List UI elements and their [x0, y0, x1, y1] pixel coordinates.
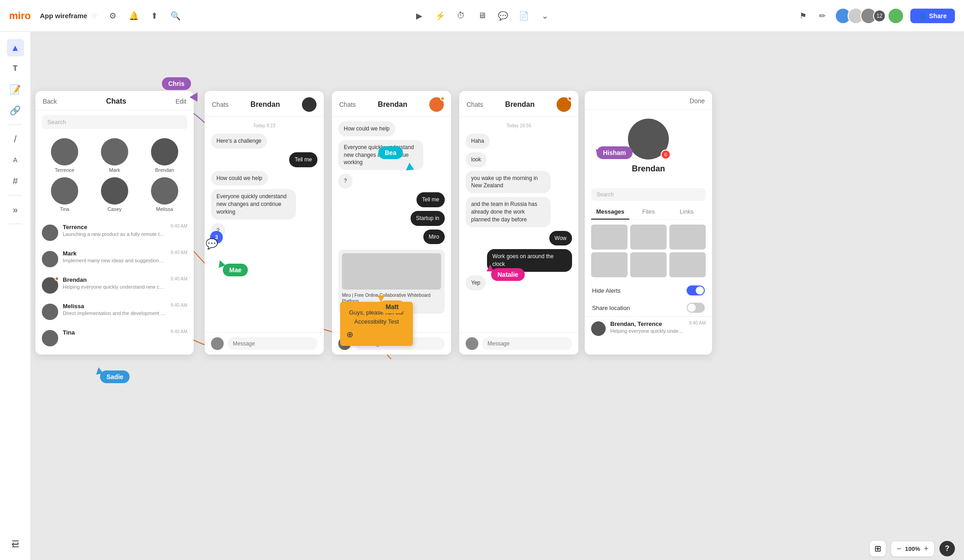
text-tool[interactable]: T — [7, 60, 24, 77]
expand-tool[interactable]: » — [7, 201, 24, 218]
avatar-stack: 12 — [835, 8, 904, 24]
avatar-user4[interactable] — [888, 8, 904, 24]
media-thumb-4[interactable] — [591, 252, 628, 277]
panel1-title: Chats — [57, 97, 176, 105]
chat-icon[interactable]: 💬 — [496, 9, 510, 23]
frame-tool[interactable]: # — [7, 172, 24, 190]
msg3-tell-me: Tell me — [417, 192, 445, 207]
left-toolbar: ▲ T 📝 🔗 / A # » ↩ ☰ — [0, 32, 31, 560]
tabs-row: Messages Files Links — [591, 205, 706, 220]
msg3-miro: Miro — [423, 230, 445, 245]
canvas[interactable]: ▲ T 📝 🔗 / A # » ↩ ☰ Back Chats Edit Sear — [0, 32, 964, 560]
settings-icon[interactable]: ⚙ — [106, 10, 119, 22]
user-badge-chris: Chris — [162, 77, 191, 90]
chat-item-brendan[interactable]: Brendan Helping everyone quickly underst… — [35, 272, 194, 298]
msg4-russia: and the team in Russia has already done … — [466, 197, 551, 227]
avatar-brendan[interactable]: Brendan — [142, 138, 187, 173]
edit-button[interactable]: Edit — [176, 98, 186, 105]
help-button[interactable]: ? — [939, 541, 955, 556]
bell-icon[interactable]: 🔔 — [127, 10, 140, 22]
avatar-terrence[interactable]: Terrence — [42, 138, 87, 173]
cursor-natalie — [487, 265, 494, 271]
panel1-header: Back Chats Edit — [35, 91, 194, 110]
user-badge-mae: Mae — [223, 264, 248, 276]
app-title: App wireframe — [40, 12, 87, 20]
panel5-recent-chat[interactable]: Brendan, Terrence Helping everyone quick… — [585, 316, 712, 340]
panel3-back[interactable]: Chats — [339, 101, 356, 108]
msg-heresa-challenge: Here's a challenge — [211, 134, 267, 149]
panel2-input-row — [205, 332, 324, 355]
user-badge-bea: Bea — [378, 146, 403, 159]
tab-messages[interactable]: Messages — [591, 205, 629, 220]
panel4-header: Chats Brendan — [459, 91, 578, 117]
share-location-toggle[interactable] — [687, 303, 705, 313]
panel4-input-row — [459, 332, 578, 355]
panel5-search[interactable]: Search — [591, 188, 706, 201]
search-bar[interactable]: Search — [42, 115, 187, 129]
expand-button[interactable]: ⊞ — [870, 541, 886, 556]
filter-icon[interactable]: ⚑ — [797, 10, 809, 22]
chat-item-mark[interactable]: Mark Implement many new ideas and sugges… — [35, 245, 194, 272]
panel2-message-input[interactable] — [227, 337, 317, 350]
link-tool[interactable]: 🔗 — [7, 102, 24, 119]
share-location-label: Share location — [592, 305, 630, 311]
cursor-sadie — [95, 367, 103, 375]
panel3-title: Brendan — [356, 100, 429, 109]
user-badge-matt: Matt — [379, 300, 405, 313]
hide-alerts-row: Hide Alerts — [585, 282, 712, 299]
lightning-icon[interactable]: ⚡ — [433, 9, 447, 23]
chat-panel-2: Chats Brendan Today 9:23 Here's a challe… — [205, 91, 324, 355]
search-icon[interactable]: 🔍 — [169, 10, 182, 22]
msg4-yep: Yep — [466, 275, 486, 290]
msg4-wow: Wow — [549, 231, 572, 246]
chat-item-melissa[interactable]: Melissa Direct implementation and the de… — [35, 298, 194, 325]
chat-item-tina[interactable]: Tina 9:40 AM — [35, 325, 194, 351]
avatar-grid: Terrence Mark Brendan Tina Casey Melissa — [35, 134, 194, 216]
zoom-out-button[interactable]: − — [897, 544, 902, 554]
panel4-back[interactable]: Chats — [467, 101, 483, 108]
profile-panel: Done 6 Brendan Search Messages Files Lin… — [585, 91, 712, 355]
comment-icon: 💬 — [206, 238, 218, 250]
panel5-header: Done — [585, 91, 712, 110]
select-tool[interactable]: ▲ — [7, 39, 24, 56]
marker-icon[interactable]: ✏ — [816, 10, 828, 22]
avatar-casey[interactable]: Casey — [92, 177, 137, 212]
media-thumb-2[interactable] — [630, 225, 667, 250]
back-button[interactable]: Back — [43, 98, 57, 105]
share-icon: 👤 — [919, 12, 926, 20]
zoom-controls: − 100% + — [891, 541, 934, 556]
sidebar-icon[interactable]: ☰ — [7, 535, 24, 553]
hide-alerts-toggle[interactable] — [687, 285, 705, 295]
forward-icon[interactable]: ▶ — [412, 9, 427, 23]
panel4-message-input[interactable] — [482, 337, 572, 350]
star-icon[interactable]: ☆ — [91, 11, 97, 20]
tab-files[interactable]: Files — [629, 205, 668, 220]
msg-tell-me: Tell me — [289, 152, 317, 167]
share-button[interactable]: 👤 Share — [910, 9, 955, 23]
screen-icon[interactable]: 🖥 — [475, 9, 489, 23]
panel4-title: Brendan — [483, 100, 557, 109]
zoom-in-button[interactable]: + — [924, 544, 929, 554]
panel2-back[interactable]: Chats — [212, 101, 229, 108]
collaborator-count[interactable]: 12 — [873, 10, 886, 22]
media-thumb-6[interactable] — [669, 252, 706, 277]
pen-tool[interactable]: / — [7, 130, 24, 148]
sticky-tool[interactable]: 📝 — [7, 81, 24, 98]
tab-links[interactable]: Links — [668, 205, 706, 220]
chat-item-terrence[interactable]: Terrence Launching a new product as a fu… — [35, 219, 194, 245]
media-thumb-3[interactable] — [669, 225, 706, 250]
avatar-mark[interactable]: Mark — [92, 138, 137, 173]
avatar-melissa[interactable]: Melissa — [142, 177, 187, 212]
panel3-header: Chats Brendan — [332, 91, 451, 117]
media-thumb-1[interactable] — [591, 225, 628, 250]
media-thumb-5[interactable] — [630, 252, 667, 277]
document-icon[interactable]: 📄 — [517, 9, 531, 23]
logo[interactable]: miro — [9, 10, 31, 22]
avatar-tina[interactable]: Tina — [42, 177, 87, 212]
upload-icon[interactable]: ⬆ — [148, 10, 161, 22]
more-icon[interactable]: ⌄ — [537, 9, 552, 23]
separator2 — [9, 195, 22, 195]
shape-tool[interactable]: A — [7, 151, 24, 169]
clock-icon[interactable]: ⏱ — [454, 9, 468, 23]
done-button[interactable]: Done — [690, 97, 705, 105]
